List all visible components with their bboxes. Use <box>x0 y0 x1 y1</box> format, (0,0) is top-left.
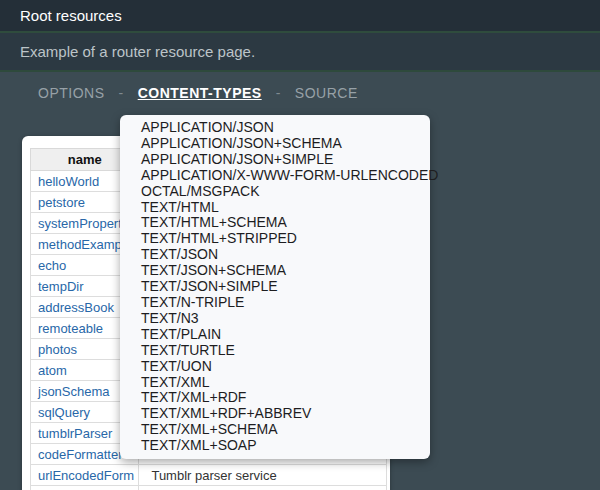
resource-nav: OPTIONS-CONTENT-TYPES-SOURCE <box>0 72 600 101</box>
resource-link[interactable]: methodExample <box>38 237 132 252</box>
nav-link-options[interactable]: OPTIONS <box>38 85 105 101</box>
resource-link[interactable]: helloWorld <box>38 174 99 189</box>
content-type-option[interactable]: TEXT/N-TRIPLE <box>120 295 430 311</box>
content-type-option[interactable]: APPLICATION/JSON <box>120 120 430 136</box>
resource-link[interactable]: remoteable <box>38 321 103 336</box>
nav-link-source[interactable]: SOURCE <box>295 85 358 101</box>
nav-separator: - <box>276 85 281 101</box>
resource-description: Tumblr parser service <box>139 465 387 486</box>
content-type-option[interactable]: TEXT/HTML+STRIPPED <box>120 231 430 247</box>
resource-link[interactable]: photos <box>38 342 77 357</box>
content-type-option[interactable]: TEXT/N3 <box>120 311 430 327</box>
content-type-option[interactable]: APPLICATION/X-WWW-FORM-URLENCODED <box>120 168 430 184</box>
content-type-option[interactable]: TEXT/HTML+SCHEMA <box>120 215 430 231</box>
page-subtitle: Example of a router resource page. <box>20 43 255 60</box>
subtitle-bar: Example of a router resource page. <box>0 33 600 72</box>
content-type-option[interactable]: TEXT/XML+RDF <box>120 390 430 406</box>
content-type-option[interactable]: TEXT/XML <box>120 375 430 391</box>
page-title: Root resources <box>20 7 122 24</box>
content-type-option[interactable]: TEXT/UON <box>120 359 430 375</box>
content-type-option[interactable]: TEXT/TURTLE <box>120 343 430 359</box>
content-type-option[interactable]: TEXT/XML+SCHEMA <box>120 422 430 438</box>
resource-link[interactable]: urlEncodedForm <box>38 468 134 483</box>
nav-link-content-types[interactable]: CONTENT-TYPES <box>138 85 262 101</box>
content-type-option[interactable]: TEXT/PLAIN <box>120 327 430 343</box>
resource-link[interactable]: sqlQuery <box>38 405 90 420</box>
nav-separator: - <box>119 85 124 101</box>
resource-link[interactable]: echo <box>38 258 66 273</box>
content-type-option[interactable]: TEXT/XML+SOAP <box>120 438 430 454</box>
content-type-option[interactable]: APPLICATION/JSON+SIMPLE <box>120 152 430 168</box>
content-type-option[interactable]: APPLICATION/JSON+SCHEMA <box>120 136 430 152</box>
title-bar: Root resources <box>0 0 600 33</box>
content-type-option[interactable]: TEXT/HTML <box>120 200 430 216</box>
resource-link[interactable]: tempDir <box>38 279 84 294</box>
resource-link[interactable]: atom <box>38 363 67 378</box>
content-type-option[interactable]: TEXT/JSON+SCHEMA <box>120 263 430 279</box>
table-row <box>31 486 387 490</box>
resource-link[interactable]: addressBook <box>38 300 114 315</box>
resource-link[interactable]: codeFormatter <box>38 447 123 462</box>
content-type-option[interactable]: TEXT/JSON <box>120 247 430 263</box>
resource-link[interactable]: tumblrParser <box>38 426 112 441</box>
resource-link[interactable]: petstore <box>38 195 85 210</box>
content-type-option[interactable]: OCTAL/MSGPACK <box>120 184 430 200</box>
content-type-option[interactable]: TEXT/XML+RDF+ABBREV <box>120 406 430 422</box>
resource-link[interactable]: jsonSchema <box>38 384 110 399</box>
table-row: urlEncodedForm Tumblr parser service <box>31 465 387 486</box>
content-type-option[interactable]: TEXT/JSON+SIMPLE <box>120 279 430 295</box>
content-types-dropdown: APPLICATION/JSON APPLICATION/JSON+SCHEMA… <box>120 115 430 459</box>
